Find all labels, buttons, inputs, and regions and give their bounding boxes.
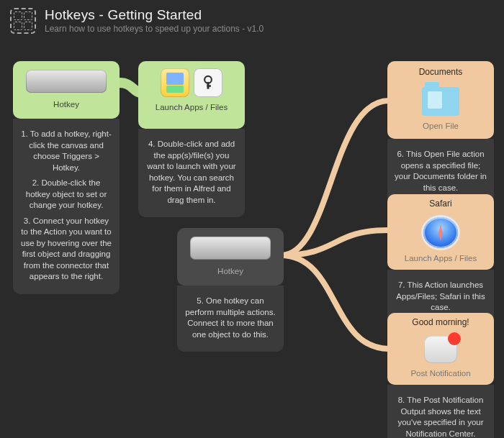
svg-marker-4 (438, 224, 442, 242)
onepassword-icon (194, 68, 222, 97)
node-documents[interactable]: Documents Open File (387, 61, 494, 139)
caption-text: 6. This Open File action opens a specifi… (395, 149, 487, 193)
node-launch-apps[interactable]: Launch Apps / Files (138, 61, 245, 129)
node-safari[interactable]: Safari Launch Apps / Files (387, 194, 494, 270)
node-hotkey-2[interactable]: Hotkey (177, 228, 284, 286)
workflow-header: Hotkeys - Getting Started Learn how to u… (0, 0, 504, 40)
caption-text: 7. This Action launches Apps/Files; Safa… (395, 280, 487, 314)
app-icon (161, 68, 189, 97)
node-sub: Launch Apps / Files (405, 254, 477, 263)
workflow-logo-icon (10, 8, 36, 34)
caption-1: 1. To add a hotkey, right-click the canv… (13, 119, 120, 294)
caption-8: 8. The Post Notification Output shows th… (387, 385, 494, 438)
workflow-canvas[interactable]: Hotkey 1. To add a hotkey, right-click t… (0, 40, 504, 435)
node-title: Safari (429, 199, 451, 209)
node-label: Hotkey (217, 267, 243, 275)
node-label: Hotkey (53, 100, 79, 109)
hotkey-well-icon (26, 70, 107, 93)
caption-text: 2. Double-click the hotkey object to set… (20, 178, 112, 211)
node-title: Good morning! (412, 317, 469, 327)
node-hotkey-1[interactable]: Hotkey (13, 61, 120, 119)
node-title: Documents (419, 67, 463, 77)
folder-icon (422, 87, 459, 116)
safari-icon (423, 217, 458, 248)
node-sub: Post Notification (410, 369, 470, 378)
node-notification[interactable]: Good morning! Post Notification (387, 313, 494, 385)
caption-text: 3. Connect your hotkey to the Action you… (20, 216, 112, 283)
workflow-subtitle: Learn how to use hotkeys to speed up you… (45, 24, 264, 34)
notification-icon (424, 336, 457, 363)
caption-text: 8. The Post Notification Output shows th… (395, 395, 487, 438)
caption-text: 5. One hotkey can perform multiple actio… (184, 296, 276, 340)
caption-5: 5. One hotkey can perform multiple actio… (177, 286, 284, 352)
caption-4: 4. Double-click and add the app(s)/file(… (138, 129, 245, 217)
hotkey-well-icon (190, 237, 271, 260)
node-sub: Open File (423, 122, 459, 130)
workflow-title: Hotkeys - Getting Started (45, 7, 264, 23)
caption-text: 1. To add a hotkey, right-click the canv… (20, 129, 112, 173)
svg-rect-2 (207, 85, 210, 87)
app-icons-row (161, 68, 222, 97)
caption-text: 4. Double-click and add the app(s)/file(… (145, 139, 238, 206)
node-label: Launch Apps / Files (156, 103, 228, 111)
